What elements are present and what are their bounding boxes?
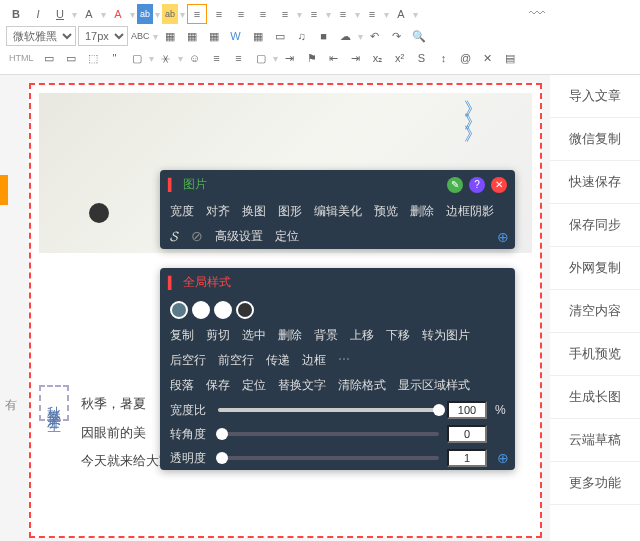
spacing-button[interactable]: ≡: [304, 4, 324, 24]
clear-button[interactable]: ✕: [478, 48, 498, 68]
select-button[interactable]: 选中: [242, 327, 266, 344]
undo-button[interactable]: ↶: [365, 26, 385, 46]
more-icon[interactable]: ⋯: [338, 352, 350, 369]
quick-save-button[interactable]: 快速保存: [550, 161, 640, 204]
cloud-draft-button[interactable]: 云端草稿: [550, 419, 640, 462]
multi-image-button[interactable]: ▦: [182, 26, 202, 46]
slider-value-input[interactable]: [447, 401, 487, 419]
before-blank-button[interactable]: 前空行: [218, 352, 254, 369]
color-swatch-2[interactable]: [192, 301, 210, 319]
font-size-select[interactable]: 17px: [78, 26, 128, 46]
position-button[interactable]: 定位: [275, 228, 299, 245]
strike-button[interactable]: S: [412, 48, 432, 68]
highlight-button[interactable]: ab: [162, 4, 178, 24]
copy-button[interactable]: 复制: [170, 327, 194, 344]
show-area-style-button[interactable]: 显示区域样式: [398, 377, 470, 394]
external-copy-button[interactable]: 外网复制: [550, 247, 640, 290]
color-swatch-3[interactable]: [214, 301, 232, 319]
wechat-copy-button[interactable]: 微信复制: [550, 118, 640, 161]
abc-button[interactable]: ABC: [130, 26, 151, 46]
panel-help-icon[interactable]: ?: [469, 177, 485, 193]
crop-button[interactable]: ⬚: [83, 48, 103, 68]
border-shadow-button[interactable]: 边框阴影: [446, 203, 494, 220]
more-functions-button[interactable]: 更多功能: [550, 462, 640, 505]
image-button[interactable]: ▦: [160, 26, 180, 46]
table-button[interactable]: ▦: [248, 26, 268, 46]
align-button[interactable]: 对齐: [206, 203, 230, 220]
align-right-button[interactable]: ≡: [231, 4, 251, 24]
change-image-button[interactable]: 换图: [242, 203, 266, 220]
sort-button[interactable]: ↕: [434, 48, 454, 68]
save-sync-button[interactable]: 保存同步: [550, 204, 640, 247]
card-button[interactable]: ▭: [270, 26, 290, 46]
color-button[interactable]: A: [108, 4, 128, 24]
panel-ok-icon[interactable]: ✎: [447, 177, 463, 193]
align-center-button[interactable]: ≡: [209, 4, 229, 24]
font-button[interactable]: A: [79, 4, 99, 24]
word-button[interactable]: W: [226, 26, 246, 46]
import-article-button[interactable]: 导入文章: [550, 75, 640, 118]
paste-button[interactable]: ▤: [500, 48, 520, 68]
at-button[interactable]: @: [456, 48, 476, 68]
gallery-button[interactable]: ▦: [204, 26, 224, 46]
video-button[interactable]: ■: [314, 26, 334, 46]
long-image-button[interactable]: 生成长图: [550, 376, 640, 419]
brush-button[interactable]: ⚹: [156, 48, 176, 68]
transfer-button[interactable]: 传递: [266, 352, 290, 369]
expand-icon[interactable]: ⊕: [497, 229, 509, 245]
outdent-button[interactable]: ⇤: [324, 48, 344, 68]
slider-value-input[interactable]: [447, 425, 487, 443]
cut-button[interactable]: 剪切: [206, 327, 230, 344]
bold-button[interactable]: B: [6, 4, 26, 24]
advanced-settings-button[interactable]: 高级设置: [215, 228, 263, 245]
move-down-button[interactable]: 下移: [386, 327, 410, 344]
bgcolor-button[interactable]: ab: [137, 4, 153, 24]
border-button[interactable]: 边框: [302, 352, 326, 369]
font-family-select[interactable]: 微软雅黑: [6, 26, 76, 46]
sup-button[interactable]: x²: [390, 48, 410, 68]
delete-region-button[interactable]: 删除: [278, 327, 302, 344]
slider-track[interactable]: [218, 408, 439, 412]
slider-value-input[interactable]: [447, 449, 487, 467]
indent-button[interactable]: ⇥: [346, 48, 366, 68]
indent1-button[interactable]: ≡: [333, 4, 353, 24]
mobile-preview-button[interactable]: 手机预览: [550, 333, 640, 376]
html-button[interactable]: HTML: [6, 48, 37, 68]
emoji-button[interactable]: ☺: [185, 48, 205, 68]
direction-button[interactable]: ⇥: [280, 48, 300, 68]
audio-button[interactable]: ♫: [292, 26, 312, 46]
slider-track[interactable]: [218, 456, 439, 460]
color-swatch-1[interactable]: [170, 301, 188, 319]
underline-button[interactable]: U: [50, 4, 70, 24]
edit-beautify-button[interactable]: 编辑美化: [314, 203, 362, 220]
clear-format-button[interactable]: 清除格式: [338, 377, 386, 394]
line-height-button[interactable]: ≡: [275, 4, 295, 24]
layout-button[interactable]: ▭: [61, 48, 81, 68]
italic-button[interactable]: I: [28, 4, 48, 24]
delete-button[interactable]: 删除: [410, 203, 434, 220]
shape-button[interactable]: 图形: [278, 203, 302, 220]
background-button[interactable]: 背景: [314, 327, 338, 344]
quote-button[interactable]: ": [105, 48, 125, 68]
chart-button[interactable]: ▭: [39, 48, 59, 68]
replace-text-button[interactable]: 替换文字: [278, 377, 326, 394]
slider-track[interactable]: [218, 432, 439, 436]
after-blank-button[interactable]: 后空行: [170, 352, 206, 369]
link-icon[interactable]: 𝓢: [170, 228, 179, 245]
move-up-button[interactable]: 上移: [350, 327, 374, 344]
align-left-button[interactable]: ≡: [187, 4, 207, 24]
clear-content-button[interactable]: 清空内容: [550, 290, 640, 333]
unlink-icon[interactable]: ⊘: [191, 228, 203, 245]
preview-button[interactable]: 预览: [374, 203, 398, 220]
indent2-button[interactable]: ≡: [362, 4, 382, 24]
left-orange-tab[interactable]: [0, 175, 8, 205]
sub-button[interactable]: x₂: [368, 48, 388, 68]
flag-button[interactable]: ⚑: [302, 48, 322, 68]
box-button[interactable]: ▢: [127, 48, 147, 68]
color-swatch-4[interactable]: [236, 301, 254, 319]
ul-button[interactable]: ≡: [229, 48, 249, 68]
box2-button[interactable]: ▢: [251, 48, 271, 68]
expand-icon[interactable]: ⊕: [497, 450, 509, 466]
to-image-button[interactable]: 转为图片: [422, 327, 470, 344]
ol-button[interactable]: ≡: [207, 48, 227, 68]
